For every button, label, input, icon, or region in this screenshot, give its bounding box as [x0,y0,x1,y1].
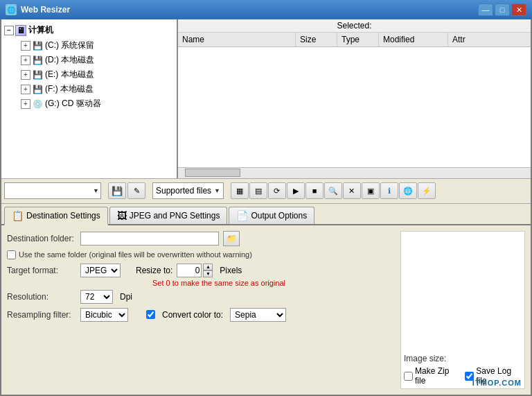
tree-item-label: (G:) CD 驱动器 [45,98,101,110]
resolution-select[interactable]: 72 96 150 300 [80,290,113,304]
grid2-button[interactable]: ▣ [362,182,380,199]
destination-folder-label: Destination folder: [7,234,76,243]
same-folder-checkbox[interactable] [7,250,16,259]
convert-color-label: Convert color to: [162,310,223,320]
info-button[interactable]: ℹ [380,182,398,199]
tree-expand-root[interactable]: − [4,26,14,35]
tab-jpeg-label: JPEG and PNG Settings [130,211,220,221]
close-button[interactable]: ✕ [511,3,526,16]
tree-expand-btn[interactable]: + [21,85,30,94]
drive-icon: 💾 [32,55,43,66]
image-size-label: Image size: [404,354,522,363]
target-format-label: Target format: [7,266,76,275]
path-combo[interactable]: ▼ [4,182,101,199]
view-icons: ▦ ▤ ⟳ ▶ ■ 🔍 ✕ ▣ ℹ 🌐 ⚡ [231,182,436,199]
tab-dest-label: Destination Settings [26,211,100,221]
make-zip-checkbox[interactable] [404,372,413,381]
toolbar: ▼ 💾 ✎ Supported files ▼ ▦ ▤ ⟳ ▶ ■ 🔍 ✕ ▣ … [1,179,531,204]
edit-button[interactable]: ✎ [127,182,145,199]
view-grid-button[interactable]: ▦ [231,182,249,199]
col-modified[interactable]: Modified [379,33,448,46]
title-bar: 🌐 Web Resizer — □ ✕ [0,0,532,19]
tree-root-label: 计算机 [28,24,53,36]
filter-dropdown[interactable]: Supported files ▼ [152,182,224,199]
drive-icon: 💾 [32,69,43,80]
resize-up-button[interactable]: ▲ [203,264,213,270]
settings-left: Destination folder: 📁 Use the same folde… [7,231,395,390]
file-tree[interactable]: − 🖥 计算机 + 💾 (C:) 系统保留 + 💾 (D:) 本地磁盘 + 💾 … [1,19,178,178]
drive-icon: 💾 [32,40,43,51]
destination-folder-input[interactable] [80,232,219,246]
horizontal-scrollbar[interactable] [178,167,531,178]
drive-icon: 💾 [32,84,43,95]
title-text: Web Resizer [21,5,477,15]
file-list-header: Selected: [178,19,531,33]
target-format-select[interactable]: JPEG PNG GIF BMP [80,264,121,277]
col-name[interactable]: Name [178,33,296,46]
convert-color-checkbox[interactable] [146,310,155,319]
zoom-button[interactable]: 🔍 [324,182,342,199]
maximize-button[interactable]: □ [495,3,510,16]
remove-button[interactable]: ✕ [343,182,361,199]
resampling-select[interactable]: Bicubic Bilinear Nearest [80,308,128,322]
resize-hint-row: Set 0 to make the same size as original [150,279,395,287]
tab-dest-icon: 📋 [12,210,24,221]
resize-unit: Pixels [220,266,242,275]
tab-jpeg-icon: 🖼 [117,210,127,221]
resolution-label: Resolution: [7,292,76,302]
top-pane: − 🖥 计算机 + 💾 (C:) 系统保留 + 💾 (D:) 本地磁盘 + 💾 … [1,19,531,179]
play-button[interactable]: ▶ [287,182,305,199]
tab-output-options[interactable]: 📄 Output Options [229,207,314,224]
settings-pane: Destination folder: 📁 Use the same folde… [1,225,531,395]
tab-output-icon: 📄 [236,210,248,221]
stop-button[interactable]: ■ [305,182,323,199]
file-list: Selected: Name Size Type Modified Attr [178,19,531,178]
tab-output-label: Output Options [251,211,307,221]
app-icon: 🌐 [6,4,17,15]
tree-expand-btn[interactable]: + [21,41,30,51]
browse-folder-button[interactable]: 📁 [223,231,240,246]
view-list-button[interactable]: ▤ [249,182,267,199]
resampling-label: Resampling filter: [7,310,76,320]
col-attr[interactable]: Attr [448,33,483,46]
tab-jpeg-png-settings[interactable]: 🖼 JPEG and PNG Settings [109,207,228,224]
flash-button[interactable]: ⚡ [418,182,436,199]
col-size[interactable]: Size [296,33,337,46]
filter-dropdown-arrow: ▼ [214,187,220,194]
tree-expand-btn[interactable]: + [21,55,30,65]
resize-down-button[interactable]: ▼ [203,270,213,277]
resolution-row: Resolution: 72 96 150 300 Dpi [7,290,395,304]
resize-to-spinner: ▲ ▼ [177,264,213,277]
refresh-button[interactable]: ⟳ [268,182,286,199]
hscroll-thumb[interactable] [185,169,240,177]
tree-expand-btn[interactable]: + [21,70,30,80]
resize-to-input[interactable] [177,264,202,277]
tree-item[interactable]: + 💾 (C:) 系统保留 [1,38,177,53]
tree-item-label: (E:) 本地磁盘 [45,69,94,80]
tree-item-label: (F:) 本地磁盘 [45,83,94,95]
resampling-color-row: Resampling filter: Bicubic Bilinear Near… [7,308,395,322]
tab-destination-settings[interactable]: 📋 Destination Settings [4,207,108,225]
drive-icon: 💿 [32,98,43,110]
save-button[interactable]: 💾 [108,182,126,199]
resize-spinner-buttons: ▲ ▼ [203,264,213,277]
bottom-options-row: Make Zip file Save Log file [404,366,522,386]
tree-item[interactable]: + 💾 (D:) 本地磁盘 [1,53,177,67]
tree-expand-btn[interactable]: + [21,99,30,109]
minimize-button[interactable]: — [478,3,493,16]
make-zip-label: Make Zip file [404,366,459,386]
col-type[interactable]: Type [337,33,379,46]
convert-color-select[interactable]: Sepia Grayscale None [230,308,286,322]
computer-icon: 🖥 [15,25,26,36]
resolution-unit: Dpi [120,292,132,302]
same-folder-row: Use the same folder (original files will… [7,250,395,259]
tree-item[interactable]: + 💾 (E:) 本地磁盘 [1,67,177,82]
save-log-checkbox[interactable] [465,372,474,381]
tree-root[interactable]: − 🖥 计算机 [1,22,177,38]
file-list-columns: Name Size Type Modified Attr [178,33,531,47]
tree-item[interactable]: + 💿 (G:) CD 驱动器 [1,96,177,111]
path-combo-arrow: ▼ [93,187,99,194]
tree-item[interactable]: + 💾 (F:) 本地磁盘 [1,82,177,96]
resize-to-label: Resize to: [136,266,172,275]
web-button[interactable]: 🌐 [399,182,417,199]
